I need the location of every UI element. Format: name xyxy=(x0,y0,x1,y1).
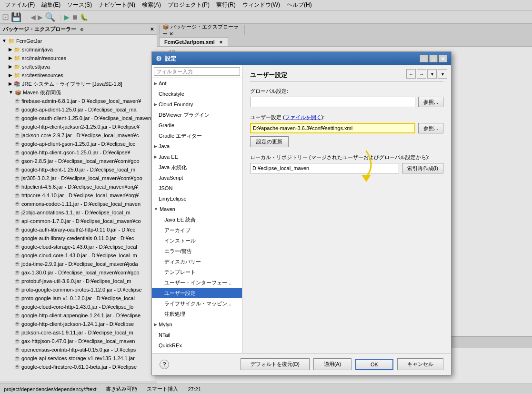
global-browse-button[interactable]: 参照... xyxy=(418,97,443,107)
global-settings-input[interactable] xyxy=(250,97,415,107)
tree-item-maven-annotations[interactable]: ▶ 注釈処理 xyxy=(152,309,242,319)
tree-item-json[interactable]: ▶ JSON xyxy=(152,183,242,193)
user-settings-browse-button[interactable]: 参照... xyxy=(418,123,443,133)
tree-label: LimyEclipse xyxy=(159,194,187,203)
tree-label: Java EE xyxy=(159,152,178,161)
tree-item-gradle[interactable]: ▶ Gradle xyxy=(152,120,242,131)
tree-label: Java EE 統合 xyxy=(164,215,196,224)
tree-item-gradle-editor[interactable]: ▶ Gradle エディター xyxy=(152,131,242,141)
tree-label: Ant xyxy=(159,79,167,88)
tree-item-maven-errors[interactable]: ▶ エラー/警告 xyxy=(152,246,242,256)
menu-dropdown-button[interactable]: ▾ xyxy=(427,69,437,79)
right-toolbar: ← → ▾ ▾ xyxy=(406,69,447,79)
tree-label: ライフサイクル・マッピン... xyxy=(164,299,231,308)
tree-item-mylyn[interactable]: ▶ Mylyn xyxy=(152,319,242,330)
dialog-titlebar: ⚙ 設定 ─ □ ✕ xyxy=(152,52,451,65)
expand-icon: ▼ xyxy=(154,205,158,213)
settings-icon: ⚙ xyxy=(156,55,162,62)
tree-label: エラー/警告 xyxy=(164,247,192,255)
tree-item-maven-user-settings[interactable]: ▶ ユーザー設定 xyxy=(152,288,242,298)
open-file-link[interactable]: ファイルを開く xyxy=(285,114,321,120)
tree-item-checkstyle[interactable]: ▶ Checkstyle xyxy=(152,89,242,99)
restore-defaults-button[interactable]: デフォルトを復元(D) xyxy=(241,358,310,370)
dialog-controls: ─ □ ✕ xyxy=(420,55,447,62)
settings-tree: ▶ Ant ▶ Checkstyle ▶ Cloud Foundry ▶ DBV… xyxy=(152,65,242,353)
tree-item-maven-install[interactable]: ▶ インストール xyxy=(152,235,242,246)
tree-item-cloud-foundry[interactable]: ▶ Cloud Foundry xyxy=(152,99,242,110)
settings-right-panel: ← → ▾ ▾ ユーザー設定 グローバル設定: 参照... ユーザー設定 (ファ… xyxy=(242,65,451,353)
tree-item-ntail[interactable]: ▶ NTail xyxy=(152,330,242,340)
tree-item-dbviewer[interactable]: ▶ DBViewer プラグイン xyxy=(152,110,242,120)
tree-label: アーカイブ xyxy=(164,226,191,234)
update-settings-button[interactable]: 設定の更新 xyxy=(250,136,289,147)
dialog-title: 設定 xyxy=(165,55,417,63)
tree-label: Cloud Foundry xyxy=(159,100,193,109)
filter-wrap xyxy=(152,65,242,78)
cancel-button[interactable]: キャンセル xyxy=(397,358,443,370)
back-button[interactable]: ← xyxy=(406,69,416,79)
tree-label: Gradle エディター xyxy=(159,131,202,140)
expand-icon: ▶ xyxy=(154,79,157,88)
tree-label: Java 永続化 xyxy=(159,163,187,172)
expand-icon: ▶ xyxy=(154,320,157,329)
close-button[interactable]: ✕ xyxy=(439,55,447,62)
tree-item-maven-templates[interactable]: ▶ テンプレート xyxy=(152,267,242,277)
tree-label: ユーザー・インターフェー... xyxy=(164,278,231,287)
tree-item-limy[interactable]: ▶ LimyEclipse xyxy=(152,193,242,204)
tree-label: インストール xyxy=(164,236,196,245)
filter-input[interactable] xyxy=(154,67,240,76)
settings-dialog: ⚙ 設定 ─ □ ✕ ▶ Ant ▶ Checkstyle ▶ Cl xyxy=(151,51,452,375)
tree-label: Checkstyle xyxy=(159,90,184,98)
tree-label: テンプレート xyxy=(164,268,196,276)
ok-button[interactable]: OK xyxy=(355,359,393,370)
dialog-body: ▶ Ant ▶ Checkstyle ▶ Cloud Foundry ▶ DBV… xyxy=(152,65,451,353)
tree-label: ディスカバリー xyxy=(164,257,201,266)
user-settings-group: ユーザー設定 (ファイルを開く): 参照... 設定の更新 xyxy=(250,114,443,147)
tree-label: JavaScript xyxy=(159,173,183,182)
tree-item-java[interactable]: ▶ Java xyxy=(152,141,242,152)
tree-label: Maven xyxy=(160,205,175,213)
local-repo-label: ローカル・リポジトリー (マージされたユーザーおよびグローバル設定から): xyxy=(250,154,443,161)
tree-label: DBViewer プラグイン xyxy=(159,111,210,119)
tree-item-maven[interactable]: ▼ Maven xyxy=(152,204,242,214)
tree-label: Gradle xyxy=(159,121,174,130)
expand-icon: ▶ xyxy=(154,152,157,161)
svg-marker-0 xyxy=(361,175,371,182)
expand-icon: ▶ xyxy=(154,142,157,151)
tree-item-maven-ui[interactable]: ▶ ユーザー・インターフェー... xyxy=(152,277,242,288)
user-settings-label: ユーザー設定 (ファイルを開く): xyxy=(250,114,443,121)
reindex-button[interactable]: 索引再作成(I) xyxy=(402,163,443,173)
apply-button[interactable]: 適用(A) xyxy=(313,358,351,370)
tree-label: Java xyxy=(159,142,170,151)
local-repo-row: 索引再作成(I) xyxy=(250,163,443,173)
dialog-footer: ? デフォルトを復元(D) 適用(A) OK キャンセル xyxy=(152,353,451,375)
global-settings-group: グローバル設定: 参照... xyxy=(250,88,443,107)
maximize-button[interactable]: □ xyxy=(429,55,438,62)
tree-label: NTail xyxy=(159,331,170,339)
tree-item-java-ee[interactable]: ▶ Java EE xyxy=(152,152,242,162)
tree-item-maven-discovery[interactable]: ▶ ディスカバリー xyxy=(152,256,242,267)
tree-label: Mylyn xyxy=(159,320,172,329)
minimize-button[interactable]: ─ xyxy=(420,55,428,62)
update-button-wrap: 設定の更新 xyxy=(250,133,443,147)
expand-icon: ▶ xyxy=(154,100,157,109)
local-repo-section: ローカル・リポジトリー (マージされたユーザーおよびグローバル設定から): 索引… xyxy=(250,154,443,173)
tree-label: 注釈処理 xyxy=(164,310,185,318)
forward-button[interactable]: → xyxy=(417,69,426,79)
tree-item-maven-archive[interactable]: ▶ アーカイブ xyxy=(152,225,242,235)
tree-label: QuickREx xyxy=(159,341,182,350)
tree-item-ant[interactable]: ▶ Ant xyxy=(152,78,242,89)
user-settings-input[interactable] xyxy=(250,123,415,133)
tree-item-quickrex[interactable]: ▶ QuickREx xyxy=(152,340,242,351)
tree-item-java-persistence[interactable]: ▶ Java 永続化 xyxy=(152,162,242,172)
tree-item-maven-lifecycle[interactable]: ▶ ライフサイクル・マッピン... xyxy=(152,298,242,309)
local-repo-input[interactable] xyxy=(250,163,399,173)
global-settings-label: グローバル設定: xyxy=(250,88,443,95)
tree-item-maven-javaee[interactable]: ▶ Java EE 統合 xyxy=(152,214,242,225)
tree-item-javascript[interactable]: ▶ JavaScript xyxy=(152,172,242,183)
tree-label: JSON xyxy=(159,184,172,192)
more-button[interactable]: ▾ xyxy=(438,69,447,79)
help-button[interactable]: ? xyxy=(160,360,169,369)
user-settings-row: 参照... xyxy=(250,123,443,133)
global-settings-row: 参照... xyxy=(250,97,443,107)
